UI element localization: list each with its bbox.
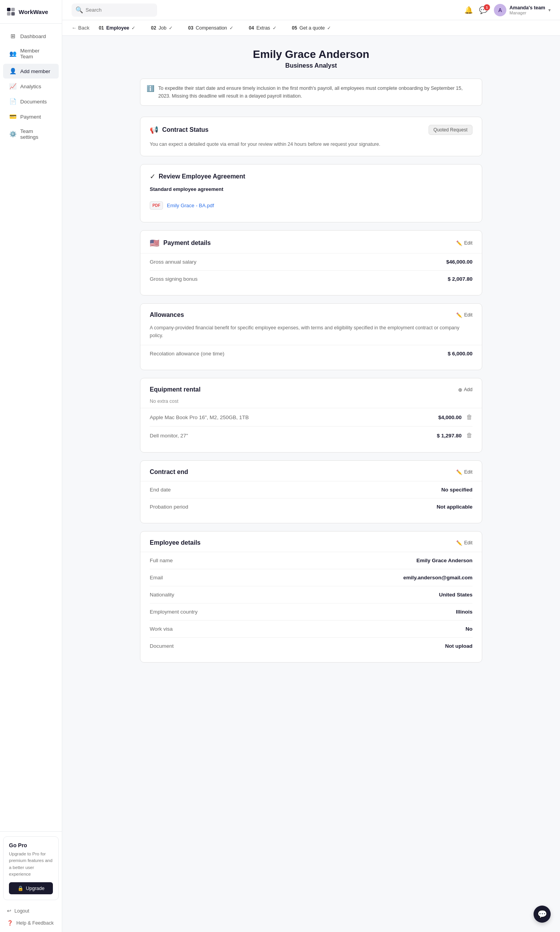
employee-title: Business Analyst — [140, 62, 482, 69]
probation-period-row: Probation period Not applicable — [150, 498, 472, 515]
go-pro-description: Upgrade to Pro for premium features and … — [9, 851, 53, 878]
employment-country-value: Illinois — [456, 609, 472, 615]
payment-details-title: Payment details — [163, 240, 211, 247]
analytics-icon: 📈 — [9, 83, 16, 90]
contract-status-title: Contract Status — [162, 126, 208, 133]
sidebar-item-label: Team settings — [20, 128, 52, 140]
back-button[interactable]: ← Back — [72, 25, 89, 31]
info-icon: ℹ️ — [147, 85, 154, 92]
delete-macbook-button[interactable]: 🗑 — [466, 414, 472, 421]
relocation-allowance-value: $ 6,000.00 — [448, 351, 472, 357]
allowances-title: Allowances — [150, 311, 184, 318]
allowances-description: A company-provided financial benefit for… — [150, 324, 472, 339]
probation-period-value: Not applicable — [437, 504, 472, 510]
employment-country-row: Employment country Illinois — [150, 603, 472, 621]
documents-icon: 📄 — [9, 98, 16, 105]
gross-salary-value: $46,000.00 — [446, 259, 472, 265]
employee-name: Emily Grace Anderson — [140, 48, 482, 61]
member-team-icon: 👥 — [9, 50, 16, 57]
sidebar-item-documents[interactable]: 📄 Documents — [3, 94, 59, 109]
main-content: 🔍 🔔 💬 1 A Amanda's team Manager ▾ — [62, 0, 560, 932]
contract-status-description: You can expect a detailed quote via emai… — [150, 140, 472, 148]
notice-box: ℹ️ To expedite their start date and ensu… — [140, 79, 482, 106]
search-input[interactable] — [86, 7, 153, 13]
pdf-link[interactable]: PDF Emily Grace - BA.pdf — [150, 197, 472, 214]
messages-icon[interactable]: 💬 1 — [479, 6, 488, 14]
employee-details-section: Employee details ✏️ Edit Full name Emily… — [140, 531, 482, 663]
step-bar: ← Back 01 Employee ✓ 02 Job ✓ 03 Compens… — [62, 20, 560, 36]
no-extra-cost-text: No extra cost — [150, 399, 472, 404]
sidebar-item-add-member[interactable]: 👤 Add member — [3, 64, 59, 79]
payment-icon: 💳 — [9, 113, 16, 120]
user-avatar: A — [494, 4, 506, 16]
sidebar-item-team-settings[interactable]: ⚙️ Team settings — [3, 124, 59, 144]
review-agreement-header: ✓ Review Employee Agreement — [150, 172, 472, 181]
page-content: Emily Grace Anderson Business Analyst ℹ️… — [124, 36, 498, 683]
employee-details-title: Employee details — [150, 539, 201, 546]
notification-bell[interactable]: 🔔 — [464, 6, 473, 14]
signing-bonus-value: $ 2,007.80 — [448, 276, 472, 282]
workwave-logo-icon — [6, 7, 16, 16]
team-settings-icon: ⚙️ — [9, 131, 16, 138]
chat-icon: 💬 — [537, 909, 547, 919]
help-feedback-item[interactable]: ❓ Help & Feedback — [3, 917, 59, 929]
payment-details-section: 🇺🇸 Payment details ✏️ Edit Gross annual … — [140, 230, 482, 296]
payment-gross-salary-row: Gross annual salary $46,000.00 — [150, 254, 472, 271]
chat-bubble-button[interactable]: 💬 — [534, 906, 551, 923]
search-icon: 🔍 — [75, 6, 83, 14]
step-5-check-icon: ✓ — [327, 25, 331, 31]
sidebar-item-member-team[interactable]: 👥 Member Team — [3, 44, 59, 63]
pdf-filename: Emily Grace - BA.pdf — [167, 203, 214, 208]
contract-end-edit-button[interactable]: ✏️ Edit — [456, 469, 472, 475]
step-1-check-icon: ✓ — [131, 25, 135, 31]
payment-details-title-group: 🇺🇸 Payment details — [150, 238, 211, 248]
user-info[interactable]: A Amanda's team Manager ▾ — [494, 4, 551, 16]
step-5-get-a-quote[interactable]: 05 Get a quote ✓ — [284, 25, 339, 31]
sidebar-item-label: Analytics — [20, 84, 41, 89]
payment-details-edit-button[interactable]: ✏️ Edit — [456, 240, 472, 246]
sidebar-item-analytics[interactable]: 📈 Analytics — [3, 79, 59, 94]
equipment-rental-section: Equipment rental ⊕ Add No extra cost App… — [140, 378, 482, 453]
equipment-rental-title: Equipment rental — [150, 386, 201, 393]
equipment-add-button[interactable]: ⊕ Add — [458, 387, 472, 393]
end-date-label: End date — [150, 487, 171, 493]
sidebar-item-payment[interactable]: 💳 Payment — [3, 109, 59, 124]
sidebar-item-label: Member Team — [20, 48, 52, 59]
allowances-header: Allowances ✏️ Edit — [150, 311, 472, 318]
employee-details-edit-button[interactable]: ✏️ Edit — [456, 540, 472, 546]
equipment-macbook-right: $4,000.00 🗑 — [438, 414, 472, 421]
svg-rect-3 — [11, 12, 15, 16]
step-3-compensation[interactable]: 03 Compensation ✓ — [180, 25, 241, 31]
equipment-monitor-label: Dell monitor, 27" — [150, 433, 188, 439]
go-pro-card: Go Pro Upgrade to Pro for premium featur… — [3, 836, 59, 900]
sidebar-item-dashboard[interactable]: ⊞ Dashboard — [3, 29, 59, 44]
contract-status-section: 📢 Contract Status Quoted Request You can… — [140, 117, 482, 156]
review-agreement-section: ✓ Review Employee Agreement Standard emp… — [140, 164, 482, 222]
nationality-label: Nationality — [150, 592, 174, 598]
steps: 01 Employee ✓ 02 Job ✓ 03 Compensation ✓… — [99, 25, 339, 31]
work-visa-value: No — [466, 626, 472, 632]
email-value: emily.anderson@gmail.com — [403, 575, 472, 581]
allowances-edit-button[interactable]: ✏️ Edit — [456, 312, 472, 318]
contract-status-icon: 📢 — [150, 126, 158, 134]
equipment-macbook-label: Apple Mac Book Pro 16", M2, 250GB, 1TB — [150, 414, 249, 420]
sidebar-nav: ⊞ Dashboard 👥 Member Team 👤 Add member 📈… — [0, 24, 62, 831]
gross-salary-label: Gross annual salary — [150, 259, 196, 265]
go-pro-upgrade-button[interactable]: 🔒 Upgrade — [9, 882, 53, 894]
message-badge: 1 — [484, 4, 490, 10]
allowance-relocation-row: Recolation allowance (one time) $ 6,000.… — [150, 345, 472, 362]
end-date-row: End date No specified — [150, 481, 472, 498]
email-label: Email — [150, 575, 163, 581]
svg-rect-1 — [11, 8, 15, 11]
contract-end-section: Contract end ✏️ Edit End date No specifi… — [140, 460, 482, 523]
contract-end-title: Contract end — [150, 469, 188, 476]
search-box[interactable]: 🔍 — [72, 3, 157, 17]
sidebar: WorkWave ⊞ Dashboard 👥 Member Team 👤 Add… — [0, 0, 62, 932]
step-2-job[interactable]: 02 Job ✓ — [143, 25, 180, 31]
delete-monitor-button[interactable]: 🗑 — [466, 432, 472, 439]
step-4-extras[interactable]: 04 Extras ✓ — [241, 25, 284, 31]
end-date-value: No specified — [441, 487, 472, 493]
logout-item[interactable]: ↩ Logout — [3, 905, 59, 917]
sidebar-item-label: Dashboard — [20, 33, 46, 39]
step-1-employee[interactable]: 01 Employee ✓ — [99, 25, 143, 31]
